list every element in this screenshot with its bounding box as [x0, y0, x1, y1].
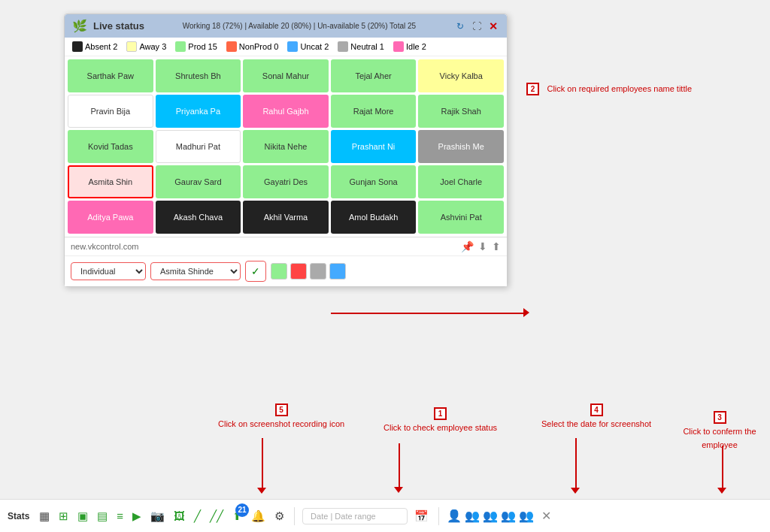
- legend-idle: Idle 2: [393, 41, 426, 52]
- notification-badge: 21: [235, 503, 249, 517]
- toolbar-view2-icon[interactable]: ▤: [95, 508, 110, 524]
- ann3-line: [722, 446, 723, 489]
- group-value-select[interactable]: Asmita Shinde: [150, 262, 241, 280]
- toolbar-trend-icon[interactable]: ╱╱: [208, 508, 226, 524]
- annotation-3-box: 3: [714, 411, 726, 424]
- emp-shrutesh[interactable]: Shrutesh Bh: [156, 59, 241, 92]
- emp-kovid[interactable]: Kovid Tadas: [68, 130, 153, 163]
- person-active-icon[interactable]: 👥: [519, 509, 534, 523]
- legend-uncat: Uncat 2: [287, 41, 329, 52]
- date-range-input[interactable]: Date | Date range: [302, 508, 408, 524]
- color-red-btn[interactable]: [290, 263, 307, 280]
- emp-amol[interactable]: Amol Budakh: [331, 201, 417, 234]
- toolbar-close-btn[interactable]: ✕: [541, 509, 551, 523]
- toolbar-play-icon[interactable]: ▶: [130, 508, 144, 524]
- person-icons-group: 👤 👥 👥 👥 👥: [447, 509, 534, 523]
- annotation-2-text: Click on required employees name tittle: [547, 84, 692, 93]
- emp-akash[interactable]: Akash Chava: [156, 201, 241, 234]
- emp-sarthak[interactable]: Sarthak Paw: [68, 59, 153, 92]
- person-red-icon[interactable]: 👥: [465, 509, 480, 523]
- annotation-1-text: Click to check employee status: [383, 423, 497, 432]
- download-icon[interactable]: ⬇: [478, 240, 487, 252]
- toolbar-grid-icon[interactable]: ⊞: [56, 508, 71, 524]
- toolbar-camera-icon[interactable]: 📷: [148, 508, 167, 524]
- annotation-2: 2 Click on required employees name tittl…: [526, 81, 692, 95]
- color-gray-btn[interactable]: [310, 263, 326, 280]
- emp-gayatri[interactable]: Gayatri Des: [243, 165, 329, 198]
- emp-asmita[interactable]: Asmita Shin: [68, 165, 153, 198]
- emp-tejal[interactable]: Tejal Aher: [331, 59, 417, 92]
- annotation-2-box: 2: [526, 83, 539, 95]
- date-placeholder: Date | Date range: [311, 512, 376, 521]
- ann3-arrowhead: [717, 488, 726, 494]
- legend-prod-label: Prod 15: [188, 42, 217, 51]
- toolbar-list-icon[interactable]: ≡: [114, 508, 126, 524]
- legend-bar: Absent 2 Away 3 Prod 15 NonProd 0 Uncat …: [65, 38, 507, 56]
- window-footer: new.vkcontrol.com 📌 ⬇ ⬆: [65, 237, 507, 255]
- emp-pravin[interactable]: Pravin Bija: [68, 95, 153, 128]
- toolbar-divider-1: [294, 507, 295, 525]
- emp-madhuri[interactable]: Madhuri Pat: [156, 130, 241, 163]
- annotation-4-box: 4: [590, 404, 603, 416]
- emp-rahul[interactable]: Rahul Gajbh: [243, 95, 329, 128]
- ann5-line: [262, 438, 263, 489]
- window-titlebar: 🌿 Live status Working 18 (72%) | Availab…: [65, 14, 507, 38]
- emp-vicky[interactable]: Vicky Kalba: [418, 59, 504, 92]
- pin-icon[interactable]: 📌: [461, 240, 474, 252]
- upload-icon[interactable]: ⬆: [492, 240, 501, 252]
- emp-nikita[interactable]: Nikita Nehe: [243, 130, 329, 163]
- emp-sonal[interactable]: Sonal Mahur: [243, 59, 329, 92]
- leaf-icon: 🌿: [72, 19, 87, 33]
- emp-gaurav[interactable]: Gaurav Sard: [156, 165, 241, 198]
- toolbar-bell-icon[interactable]: 🔔: [249, 508, 268, 524]
- group-type-select[interactable]: Individual: [71, 262, 146, 280]
- annotation-3-text: Click to conferm the employee: [683, 427, 756, 449]
- bottom-toolbar: Stats ▦ ⊞ ▣ ▤ ≡ ▶ 📷 🖼 ╱ ╱╱ ⬆ 21 🔔 ⚙ Date…: [0, 499, 770, 532]
- toolbar-divider-2: [438, 507, 439, 525]
- color-filters: [271, 263, 346, 280]
- employee-grid: Sarthak Paw Shrutesh Bh Sonal Mahur Teja…: [65, 56, 507, 237]
- legend-prod: Prod 15: [175, 41, 217, 52]
- emp-joel[interactable]: Joel Charle: [418, 165, 504, 198]
- emp-prashant[interactable]: Prashant Ni: [331, 130, 417, 163]
- window-title: Live status: [93, 20, 144, 32]
- person-add-icon[interactable]: 👤: [447, 509, 462, 523]
- annotation-5: 5 Click on screenshot recording icon: [218, 402, 344, 430]
- titlebar-stats: Working 18 (72%) | Available 20 (80%) | …: [144, 22, 454, 30]
- color-blue-btn[interactable]: [329, 263, 346, 280]
- maximize-btn[interactable]: ⛶: [471, 20, 483, 32]
- ann5-arrowhead: [257, 488, 266, 494]
- emp-rajat[interactable]: Rajat More: [331, 95, 417, 128]
- titlebar-left: 🌿 Live status: [72, 19, 144, 33]
- person-orange-icon[interactable]: 👥: [483, 509, 498, 523]
- legend-neutral: Neutral 1: [338, 41, 384, 52]
- confirm-filter-btn[interactable]: ✓: [245, 261, 266, 282]
- emp-aditya[interactable]: Aditya Pawa: [68, 201, 153, 234]
- legend-away: Away 3: [126, 41, 166, 52]
- legend-idle-label: Idle 2: [406, 42, 426, 51]
- window-url: new.vkcontrol.com: [71, 242, 138, 251]
- notification-wrapper: ⬆ 21: [230, 508, 244, 524]
- annotation-4-text: Select the date for screenshot: [541, 419, 651, 428]
- emp-rajik[interactable]: Rajik Shah: [418, 95, 504, 128]
- emp-prashish[interactable]: Prashish Me: [418, 130, 504, 163]
- toolbar-line-icon[interactable]: ╱: [192, 508, 203, 524]
- color-green-btn[interactable]: [271, 263, 287, 280]
- ann1-arrowhead: [394, 487, 403, 493]
- toolbar-image-icon[interactable]: 🖼: [171, 508, 187, 524]
- legend-neutral-label: Neutral 1: [350, 42, 384, 51]
- toolbar-table-icon[interactable]: ▦: [37, 508, 52, 524]
- emp-priyanka[interactable]: Priyanka Pa: [156, 95, 241, 128]
- calendar-icon[interactable]: 📅: [412, 508, 431, 524]
- close-btn[interactable]: ✕: [487, 20, 499, 32]
- emp-akhil[interactable]: Akhil Varma: [243, 201, 329, 234]
- person-teal-icon[interactable]: 👥: [501, 509, 516, 523]
- emp-ashvini[interactable]: Ashvini Pat: [418, 201, 504, 234]
- annotation-1-box: 1: [434, 407, 447, 420]
- refresh-btn[interactable]: ↻: [454, 20, 466, 32]
- legend-absent: Absent 2: [72, 41, 117, 52]
- toolbar-view1-icon[interactable]: ▣: [75, 508, 90, 524]
- toolbar-gear-icon[interactable]: ⚙: [272, 508, 286, 524]
- legend-away-label: Away 3: [139, 42, 166, 51]
- emp-gunjan[interactable]: Gunjan Sona: [331, 165, 417, 198]
